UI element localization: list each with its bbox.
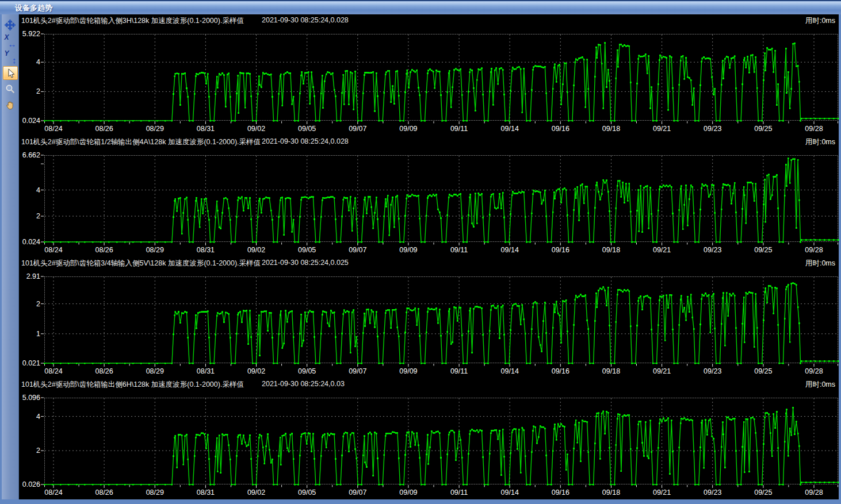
x-tick-label: 09/11 [450,125,468,133]
x-tick-label: 09/09 [399,367,417,375]
x-tick-label: 09/16 [552,488,569,497]
x-tick-label: 09/11 [450,246,468,254]
x-tick-label: 09/07 [349,367,366,375]
x-tick-label: 09/21 [653,488,671,497]
x-tick-label: 08/29 [146,488,164,497]
chart-title: 101机头2#驱动部\齿轮箱输入侧3H\128k 加速度波形(0.1-2000)… [21,16,244,26]
window-body: X ↔ Y ↕ [2,14,839,499]
pan-move-button[interactable] [3,18,18,32]
y-tick-label: 0.024 [22,117,40,125]
chart-cursor-readout: 2021-09-30 08:25:24,0.03 [262,380,345,388]
trend-plot-svg [44,398,838,484]
x-tick-label: 09/18 [602,125,620,133]
x-tick-label: 09/16 [552,246,569,254]
cursor-arrow-icon [5,68,16,78]
x-tick-label: 08/26 [95,125,113,133]
chart-elapsed-label: 用时:0ms [805,259,835,268]
x-tick-label: 09/07 [349,125,366,133]
x-tick-label: 08/31 [197,488,215,497]
x-tick-label: 09/23 [704,488,721,497]
x-scale-button[interactable]: X ↔ [3,34,18,48]
y-tick-label: 0.026 [22,480,40,488]
magnifier-icon [5,84,16,94]
y-tick-label: 2 [36,300,40,308]
trend-line [44,159,838,242]
chart-cursor-readout: 2021-09-30 08:25:24,0.028 [262,16,349,24]
chart-title: 101机头2#驱动部\齿轮箱1/2轴输出侧4A\128k 加速度波形(0.1-2… [21,137,261,147]
y-tick-label: 2 [36,87,40,95]
trend-plot-svg [44,276,838,363]
plot-area[interactable] [44,34,838,121]
x-tick-label: 09/21 [653,367,671,375]
x-tick-label: 08/31 [197,367,215,375]
y-tick-label: 0.024 [22,238,40,246]
x-tick-label: 09/18 [602,246,620,254]
move-cross-icon [5,20,16,30]
y-axis-labels: 5.096420.026 [19,398,40,484]
x-tick-label: 09/02 [247,488,265,497]
chart-header: 101机头2#驱动部\齿轮箱输入侧3H\128k 加速度波形(0.1-2000)… [19,16,839,25]
trend-chart-panel: 101机头2#驱动部\齿轮箱1/2轴输出侧4A\128k 加速度波形(0.1-2… [19,136,839,257]
x-tick-label: 09/09 [399,246,417,254]
zoom-button[interactable] [3,82,18,96]
x-axis-labels: 08/2408/2608/2908/3109/0209/0509/0709/09… [19,125,839,134]
y-tick-label: 4 [36,413,40,421]
x-tick-label: 08/24 [44,125,62,133]
y-tick-label: 1 [36,330,40,338]
x-tick-label: 09/23 [704,367,721,375]
x-tick-label: 09/09 [399,125,417,133]
chart-cursor-readout: 2021-09-30 08:25:24,0.025 [262,259,349,267]
x-tick-label: 09/05 [298,246,316,254]
x-tick-label: 09/21 [653,246,671,254]
trend-line [44,43,838,121]
x-tick-label: 09/23 [704,125,721,133]
chart-header: 101机头2#驱动部\齿轮箱1/2轴输出侧4A\128k 加速度波形(0.1-2… [19,137,839,147]
trend-plot-svg [44,34,838,121]
chart-cursor-readout: 2021-09-30 08:25:24,0.028 [262,137,349,145]
x-tick-label: 09/18 [602,367,620,375]
x-tick-label: 09/25 [754,246,772,254]
y-tick-label: 6.662 [22,151,40,159]
plot-area[interactable] [44,155,838,242]
x-axis-labels: 08/2408/2608/2908/3109/0209/0509/0709/09… [19,367,839,376]
x-tick-label: 08/26 [95,367,113,375]
x-tick-label: 09/16 [552,125,569,133]
charts-area: 101机头2#驱动部\齿轮箱输入侧3H\128k 加速度波形(0.1-2000)… [19,14,839,499]
x-tick-label: 09/14 [501,367,519,375]
x-tick-label: 09/25 [754,367,772,375]
y-tick-label: 5.922 [22,30,40,38]
plot-area[interactable] [44,398,838,484]
title-bar[interactable]: 设备多趋势 [0,1,841,14]
app-window: 设备多趋势 X ↔ Y [0,0,841,504]
y-tick-label: 4 [36,58,40,66]
plot-area[interactable] [44,276,838,363]
x-tick-label: 09/05 [298,125,316,133]
chart-elapsed-label: 用时:0ms [805,137,835,147]
select-cursor-button[interactable] [3,66,18,80]
x-tick-label: 09/18 [602,488,620,497]
x-tick-label: 08/24 [44,367,62,375]
x-tick-label: 08/26 [95,488,113,497]
x-tick-label: 09/11 [450,488,468,497]
x-tick-label: 08/24 [44,488,62,497]
x-tick-label: 09/14 [501,125,519,133]
x-arrows-icon: X ↔ [3,34,17,48]
x-tick-label: 09/05 [298,367,316,375]
x-tick-label: 09/28 [805,125,823,133]
trend-chart-panel: 101机头2#驱动部\齿轮箱输出侧6H\128k 加速度波形(0.1-2000)… [19,378,839,499]
pan-hand-button[interactable] [3,98,18,112]
x-tick-label: 08/29 [146,367,164,375]
x-tick-label: 09/09 [399,488,417,497]
y-tick-label: 2 [36,447,40,455]
x-axis-labels: 08/2408/2608/2908/3109/0209/0509/0709/09… [19,246,839,255]
y-scale-button[interactable]: Y ↕ [3,50,18,64]
x-tick-label: 08/29 [146,125,164,133]
y-arrows-icon: Y ↕ [3,50,17,64]
window-title: 设备多趋势 [15,3,52,12]
chart-elapsed-label: 用时:0ms [805,16,835,26]
x-tick-label: 09/28 [805,246,823,254]
x-tick-label: 09/16 [552,367,569,375]
x-tick-label: 09/02 [247,125,265,133]
trend-line [44,283,838,363]
y-axis-labels: 2.91210.021 [19,276,40,363]
